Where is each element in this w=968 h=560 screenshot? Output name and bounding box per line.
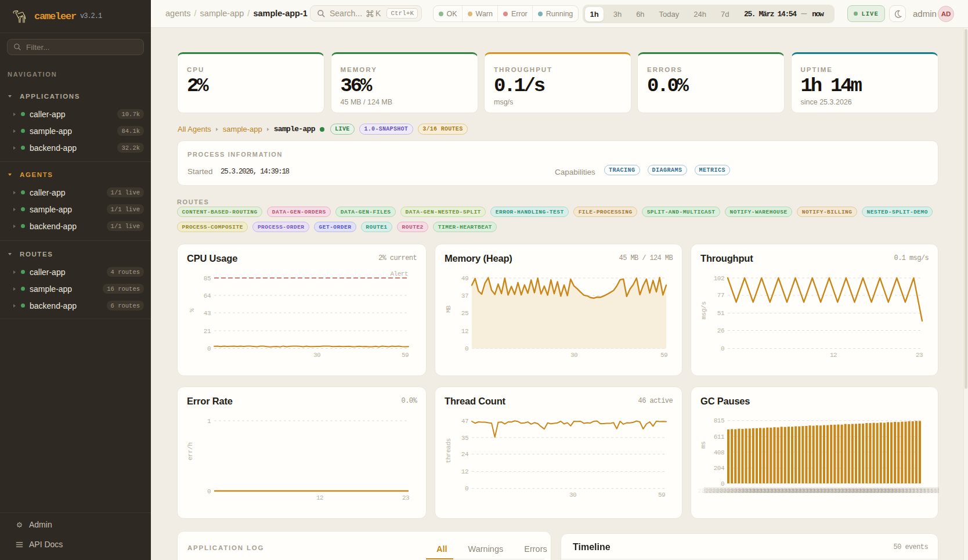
- svg-text:ms: ms: [700, 442, 707, 449]
- svg-text:102: 102: [714, 275, 724, 282]
- svg-text:47: 47: [461, 418, 468, 425]
- svg-text:21: 21: [204, 328, 211, 335]
- svg-text:2026-03-25T14:37: 2026-03-25T14:37: [889, 487, 939, 494]
- svg-text:30: 30: [313, 352, 320, 359]
- svg-text:30: 30: [570, 352, 577, 359]
- svg-text:30: 30: [569, 492, 576, 498]
- svg-text:85: 85: [204, 275, 211, 282]
- svg-text:0: 0: [207, 345, 211, 352]
- svg-text:611: 611: [714, 433, 725, 440]
- svg-text:msg/s: msg/s: [700, 302, 707, 320]
- svg-text:43: 43: [204, 310, 211, 317]
- svg-text:12: 12: [461, 468, 468, 475]
- svg-text:59: 59: [402, 352, 409, 359]
- svg-text:408: 408: [714, 449, 724, 456]
- svg-text:77: 77: [717, 292, 724, 299]
- svg-text:Alert: Alert: [390, 270, 408, 277]
- svg-text:64: 64: [204, 292, 211, 299]
- svg-text:MB: MB: [445, 305, 452, 313]
- svg-text:23: 23: [916, 352, 923, 359]
- svg-text:35: 35: [461, 435, 468, 442]
- svg-text:0: 0: [207, 488, 211, 495]
- svg-text:0: 0: [465, 345, 468, 352]
- svg-text:12: 12: [461, 328, 468, 335]
- svg-text:23: 23: [402, 494, 409, 501]
- svg-text:25: 25: [461, 310, 468, 317]
- svg-text:59: 59: [660, 352, 667, 359]
- svg-text:26: 26: [717, 327, 724, 334]
- svg-text:0: 0: [465, 485, 468, 492]
- svg-text:threads: threads: [445, 439, 452, 464]
- svg-text:24: 24: [461, 451, 469, 458]
- svg-text:err/h: err/h: [187, 443, 194, 461]
- svg-text:1: 1: [207, 418, 211, 425]
- svg-text:815: 815: [714, 417, 724, 424]
- svg-text:204: 204: [714, 465, 725, 472]
- svg-text:49: 49: [461, 275, 468, 282]
- svg-text:12: 12: [830, 352, 837, 359]
- svg-text:12: 12: [316, 494, 323, 501]
- svg-text:51: 51: [717, 310, 725, 317]
- svg-text:0: 0: [721, 480, 724, 487]
- svg-text:0: 0: [721, 345, 724, 352]
- svg-text:37: 37: [461, 292, 468, 299]
- svg-text:59: 59: [658, 492, 665, 498]
- svg-text:%: %: [189, 308, 196, 312]
